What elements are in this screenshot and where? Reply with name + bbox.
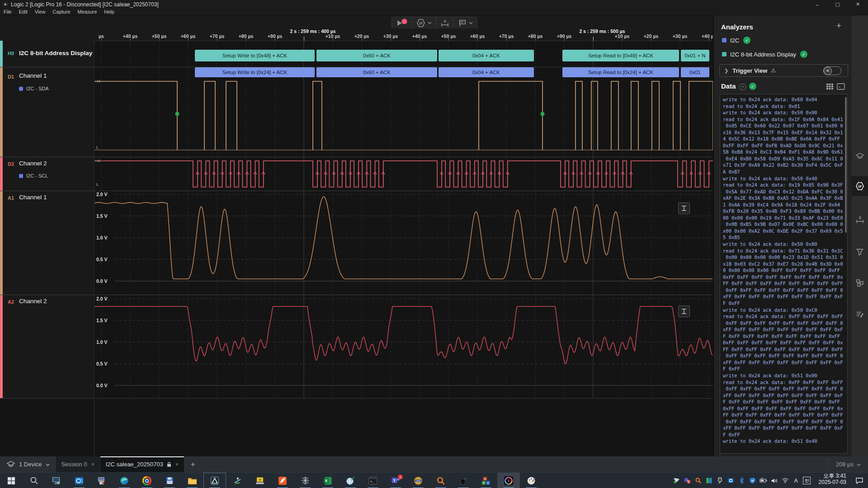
capture-area: 1F3 µs+40 µs+50 µs+60 µs+70 µs+80 µs+90 …: [0, 15, 713, 456]
data-log-scrollbar-thumb[interactable]: [845, 97, 847, 233]
measure-icon[interactable]: 3: [852, 210, 868, 230]
notification-center-icon[interactable]: [851, 473, 868, 488]
decoded-address-bar[interactable]: Setup Read to [0x49] + ACK: [562, 50, 679, 61]
tray-teams-badge-icon[interactable]: [682, 477, 693, 484]
device-selector[interactable]: 1 Device: [0, 456, 56, 472]
minimize-button[interactable]: –: [807, 0, 827, 9]
data-log[interactable]: write to 0x24 ack data: 0x60 0x04 read t…: [720, 94, 848, 454]
taskbar-app-flash-app[interactable]: [271, 473, 294, 488]
taskbar-app-logic2[interactable]: [497, 473, 520, 488]
taskbar-app-outlook[interactable]: [68, 473, 90, 488]
taskbar-app-translator-app[interactable]: T: [249, 473, 271, 488]
tray-wifi-icon[interactable]: [780, 478, 791, 483]
timeline-ruler[interactable]: µs+40 µs+50 µs+60 µs+70 µs+80 µs+90 µs+1…: [0, 28, 713, 41]
tray-shield-icon[interactable]: [747, 477, 758, 484]
channel-label-d2[interactable]: D2Channel 2I2C - SCL: [0, 157, 94, 191]
taskbar-app-lens-app[interactable]: [203, 473, 226, 488]
chevron-down-icon: [469, 22, 473, 24]
taskbar-app-terminal[interactable]: >_: [362, 473, 384, 488]
tab-close-icon[interactable]: ×: [91, 461, 94, 468]
tray-bluetooth-icon[interactable]: [736, 477, 747, 484]
channel-label-a1[interactable]: A1Channel 1: [0, 191, 94, 295]
chevron-right-icon[interactable]: ❯: [724, 68, 728, 74]
i2c-frame-bar[interactable]: Setup Read to [0x24] + ACK: [562, 67, 679, 77]
trigger-view-row[interactable]: ❯ Trigger View ⚠ ✕: [719, 64, 848, 77]
i2c-frame-bar[interactable]: 0x60 + ACK: [316, 67, 437, 77]
taskbar-app-teams[interactable]: T1: [384, 473, 407, 488]
i2c-frame-bar[interactable]: Setup Write to [0x24] + ACK: [195, 67, 315, 77]
analyzer-item-i2c[interactable]: I2C✓: [722, 37, 750, 44]
hex-display-icon[interactable]: 1F: [852, 176, 868, 196]
taskbar-app-everything-search[interactable]: [429, 473, 452, 488]
help-icon[interactable]: ?: [739, 84, 746, 90]
taskbar-app-ink-app[interactable]: [452, 473, 475, 488]
tray-volume-icon[interactable]: [769, 478, 780, 484]
analog-measure-button[interactable]: [678, 202, 690, 214]
tab-close-icon[interactable]: ×: [175, 461, 179, 468]
taskbar-app-setup-tool[interactable]: [90, 473, 113, 488]
add-analyzer-button[interactable]: +: [836, 21, 841, 31]
device-logo-icon[interactable]: [852, 146, 868, 166]
taskbar-app-backup-tool[interactable]: [158, 473, 181, 488]
taskbar-app-chrome[interactable]: [136, 473, 158, 488]
menu-capture[interactable]: Capture: [49, 9, 74, 14]
extensions-icon[interactable]: [852, 273, 868, 293]
menu-help[interactable]: Help: [100, 9, 118, 14]
menu-view[interactable]: View: [31, 9, 49, 14]
taskbar-clock[interactable]: 오후 3:41 2025-07-03: [812, 473, 851, 488]
i2c-frame-bar[interactable]: 0x01: [681, 67, 709, 77]
taskbar-app-remote-desktop[interactable]: [45, 473, 68, 488]
display-radix-button[interactable]: 1F: [412, 17, 436, 29]
record-icon[interactable]: [401, 19, 407, 24]
channel-label-d1[interactable]: D1Channel 1I2C - SDA: [0, 67, 94, 157]
annotations-icon[interactable]: [852, 305, 868, 324]
taskbar-app-edge[interactable]: [113, 473, 136, 488]
tray-battery-icon[interactable]: [758, 478, 769, 483]
tray-hawk-icon[interactable]: [671, 477, 682, 484]
tray-ime-a-icon[interactable]: A: [791, 478, 802, 484]
system-tray: A한: [671, 473, 812, 488]
waveform-area[interactable]: 2.0 V1.5 V1.0 V0.5 V0.0 V2.0 V1.5 V1.0 V…: [94, 41, 713, 456]
trigger-view-toggle[interactable]: ✕: [823, 66, 841, 75]
tray-usb-icon[interactable]: [715, 477, 726, 484]
taskbar-app-kayak-app[interactable]: [226, 473, 249, 488]
tray-search-orange-icon[interactable]: [693, 477, 704, 484]
tray-colors-icon[interactable]: [704, 477, 715, 484]
lens-app-icon: [210, 476, 219, 485]
zoom-level-selector[interactable]: 208 µs: [827, 456, 868, 472]
close-button[interactable]: ✕: [848, 0, 868, 9]
taskbar-app-paint3d[interactable]: [520, 473, 542, 488]
table-view-icon[interactable]: [826, 83, 834, 92]
terminal-view-icon[interactable]: >_: [837, 83, 845, 92]
channel-label-a2[interactable]: A2Channel 2: [0, 295, 94, 398]
taskbar-app-start[interactable]: [0, 473, 23, 488]
logic2-window: Logic 2 [Logic Pro 16 - Disconnected] [I…: [0, 0, 868, 488]
taskbar-app-excel[interactable]: X: [316, 473, 339, 488]
taskbar-app-snowflake-app[interactable]: [294, 473, 316, 488]
tab-i2c-saleae-20250703[interactable]: I2C saleae_20250703×: [100, 456, 184, 472]
decoded-address-bar[interactable]: 0x04 + ACK: [439, 50, 534, 61]
analyzer-item-i2c-8bit-display[interactable]: I2C 8-bit Address Display✓: [722, 51, 807, 58]
menu-edit[interactable]: Edit: [15, 9, 31, 14]
taskbar-app-search[interactable]: [23, 473, 45, 488]
taskbar-app-file-explorer[interactable]: [181, 473, 203, 488]
taskbar-app-globe-tool[interactable]: [339, 473, 362, 488]
tray-mail-icon[interactable]: [726, 477, 736, 484]
taskbar-app-blocks-app[interactable]: HFC: [475, 473, 497, 488]
menu-measure[interactable]: Measure: [74, 9, 101, 14]
channel-label-h0[interactable]: H0I2C 8-bit Address Display: [0, 41, 94, 67]
i2c-frame-bar[interactable]: 0x04 + ACK: [439, 67, 534, 77]
new-tab-button[interactable]: +: [184, 456, 201, 472]
tab-session-0[interactable]: Session 0×: [56, 456, 100, 472]
annotations-button[interactable]: [454, 17, 477, 29]
analog-measure-button[interactable]: [678, 305, 690, 317]
tray-ime-han-icon[interactable]: 한: [802, 477, 812, 484]
decoded-address-bar[interactable]: Setup Write to [0x48] + ACK: [195, 50, 315, 61]
maximize-button[interactable]: ▢: [827, 0, 848, 9]
decoded-address-bar[interactable]: 0x01 + N: [681, 50, 709, 61]
menu-file[interactable]: File: [0, 9, 15, 14]
taskbar-app-cfg-app[interactable]: CFG: [407, 473, 429, 488]
measurement-button[interactable]: 3: [436, 17, 453, 29]
decoded-address-bar[interactable]: 0x60 + ACK: [316, 50, 437, 61]
filter-icon[interactable]: [852, 242, 868, 262]
